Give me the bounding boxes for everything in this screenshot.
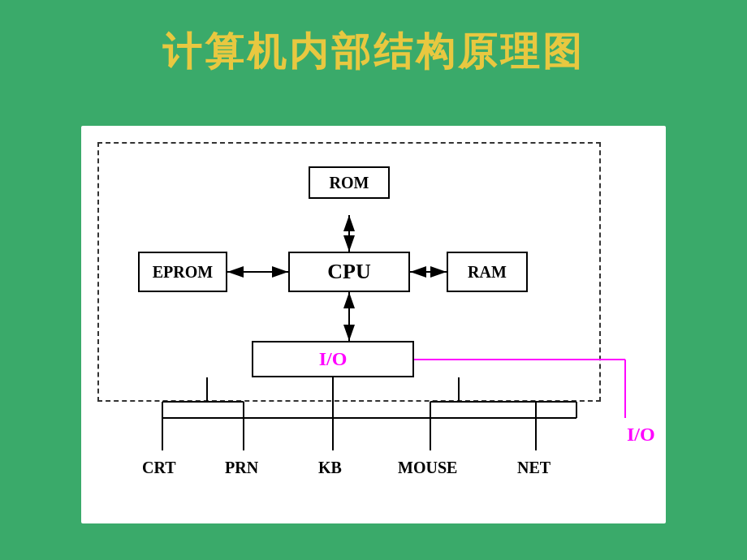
rom-box: ROM <box>309 166 390 199</box>
page-title: 计算机内部结构原理图 <box>0 0 747 78</box>
io-outside-label: I/O <box>627 424 655 446</box>
mouse-label: MOUSE <box>398 459 457 477</box>
kb-label: KB <box>318 459 342 477</box>
crt-label: CRT <box>142 459 176 477</box>
diagram-container: ROM CPU EPROM RAM I/O I/O <box>81 126 666 523</box>
ram-box: RAM <box>447 252 528 292</box>
cpu-box: CPU <box>288 252 410 292</box>
prn-label: PRN <box>225 459 258 477</box>
io-box: I/O <box>252 341 414 377</box>
eprom-box: EPROM <box>138 252 227 292</box>
net-label: NET <box>517 459 551 477</box>
